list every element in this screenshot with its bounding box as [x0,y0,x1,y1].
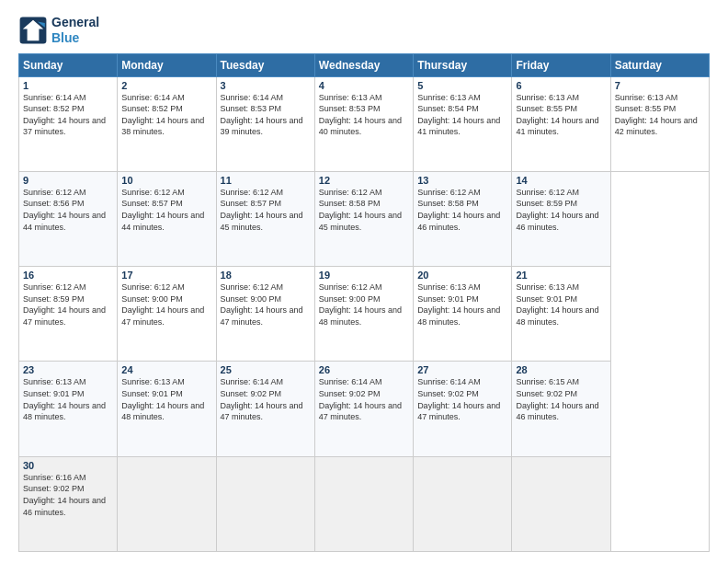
day-header-wednesday: Wednesday [314,53,413,76]
calendar-cell [414,456,512,551]
calendar-cell: 28 Sunrise: 6:15 AM Sunset: 9:02 PM Dayl… [512,362,610,456]
day-info: Sunrise: 6:16 AM Sunset: 9:02 PM Dayligh… [23,472,113,518]
day-number: 9 [23,175,113,186]
calendar-cell: 21 Sunrise: 6:13 AM Sunset: 9:01 PM Dayl… [512,267,610,362]
calendar-table: SundayMondayTuesdayWednesdayThursdayFrid… [18,53,710,552]
day-number: 6 [516,80,606,91]
day-info: Sunrise: 6:12 AM Sunset: 8:57 PM Dayligh… [121,187,211,233]
day-info: Sunrise: 6:12 AM Sunset: 8:57 PM Dayligh… [221,187,311,233]
logo-text: General Blue [51,15,99,46]
day-number: 12 [319,175,409,186]
calendar-cell: 7 Sunrise: 6:13 AM Sunset: 8:55 PM Dayli… [610,76,709,171]
calendar-cell: 27 Sunrise: 6:14 AM Sunset: 9:02 PM Dayl… [414,362,512,456]
day-header-sunday: Sunday [19,53,118,76]
day-number: 2 [121,80,211,91]
day-number: 13 [417,175,507,186]
day-number: 21 [516,270,606,281]
calendar-cell: 10 Sunrise: 6:12 AM Sunset: 8:57 PM Dayl… [118,171,216,266]
day-info: Sunrise: 6:12 AM Sunset: 8:56 PM Dayligh… [23,187,113,233]
calendar-cell [314,456,413,551]
week-row-1: 1 Sunrise: 6:14 AM Sunset: 8:52 PM Dayli… [19,76,710,171]
day-number: 17 [121,270,211,281]
day-number: 27 [417,364,507,375]
day-number: 1 [23,80,113,91]
calendar-cell: 25 Sunrise: 6:14 AM Sunset: 9:02 PM Dayl… [216,362,314,456]
day-header-friday: Friday [512,53,610,76]
calendar-cell: 4 Sunrise: 6:13 AM Sunset: 8:53 PM Dayli… [314,76,413,171]
day-info: Sunrise: 6:14 AM Sunset: 9:02 PM Dayligh… [319,376,409,422]
day-info: Sunrise: 6:13 AM Sunset: 8:55 PM Dayligh… [615,92,705,138]
day-info: Sunrise: 6:12 AM Sunset: 8:59 PM Dayligh… [516,187,606,233]
calendar-cell: 19 Sunrise: 6:12 AM Sunset: 9:00 PM Dayl… [314,267,413,362]
day-header-thursday: Thursday [414,53,512,76]
day-info: Sunrise: 6:13 AM Sunset: 9:01 PM Dayligh… [121,376,211,422]
calendar-cell: 30 Sunrise: 6:16 AM Sunset: 9:02 PM Dayl… [19,456,118,551]
day-info: Sunrise: 6:12 AM Sunset: 8:58 PM Dayligh… [319,187,409,233]
day-info: Sunrise: 6:14 AM Sunset: 8:52 PM Dayligh… [23,92,113,138]
calendar-cell [216,456,314,551]
day-info: Sunrise: 6:12 AM Sunset: 8:59 PM Dayligh… [23,282,113,327]
calendar-cell: 12 Sunrise: 6:12 AM Sunset: 8:58 PM Dayl… [314,171,413,266]
day-info: Sunrise: 6:13 AM Sunset: 8:54 PM Dayligh… [417,92,507,138]
day-number: 5 [417,80,507,91]
day-info: Sunrise: 6:12 AM Sunset: 8:58 PM Dayligh… [417,187,507,233]
day-header-saturday: Saturday [610,53,709,76]
day-number: 10 [121,175,211,186]
day-number: 16 [23,270,113,281]
day-number: 24 [121,364,211,375]
calendar-cell: 17 Sunrise: 6:12 AM Sunset: 9:00 PM Dayl… [118,267,216,362]
calendar-cell: 6 Sunrise: 6:13 AM Sunset: 8:55 PM Dayli… [512,76,610,171]
calendar-cell [118,456,216,551]
day-info: Sunrise: 6:12 AM Sunset: 9:00 PM Dayligh… [221,282,311,327]
calendar-body: 1 Sunrise: 6:14 AM Sunset: 8:52 PM Dayli… [19,76,710,551]
calendar-header-row: SundayMondayTuesdayWednesdayThursdayFrid… [19,53,710,76]
calendar-cell: 23 Sunrise: 6:13 AM Sunset: 9:01 PM Dayl… [19,362,118,456]
week-row-3: 16 Sunrise: 6:12 AM Sunset: 8:59 PM Dayl… [19,267,710,362]
day-number: 14 [516,175,606,186]
day-header-monday: Monday [118,53,216,76]
week-row-2: 9 Sunrise: 6:12 AM Sunset: 8:56 PM Dayli… [19,171,710,266]
day-info: Sunrise: 6:14 AM Sunset: 8:52 PM Dayligh… [121,92,211,138]
day-number: 30 [23,460,113,471]
logo-icon [18,16,48,45]
calendar-cell: 26 Sunrise: 6:14 AM Sunset: 9:02 PM Dayl… [314,362,413,456]
day-number: 4 [319,80,409,91]
calendar-cell: 1 Sunrise: 6:14 AM Sunset: 8:52 PM Dayli… [19,76,118,171]
day-number: 20 [417,270,507,281]
calendar-cell: 16 Sunrise: 6:12 AM Sunset: 8:59 PM Dayl… [19,267,118,362]
header: General Blue [18,15,710,46]
day-info: Sunrise: 6:13 AM Sunset: 9:01 PM Dayligh… [516,282,606,327]
calendar-cell: 5 Sunrise: 6:13 AM Sunset: 8:54 PM Dayli… [414,76,512,171]
calendar-cell: 2 Sunrise: 6:14 AM Sunset: 8:52 PM Dayli… [118,76,216,171]
day-info: Sunrise: 6:14 AM Sunset: 9:02 PM Dayligh… [221,376,311,422]
day-info: Sunrise: 6:12 AM Sunset: 9:00 PM Dayligh… [319,282,409,327]
day-number: 25 [221,364,311,375]
calendar-cell: 14 Sunrise: 6:12 AM Sunset: 8:59 PM Dayl… [512,171,610,266]
calendar-cell: 3 Sunrise: 6:14 AM Sunset: 8:53 PM Dayli… [216,76,314,171]
calendar-cell [512,456,610,551]
calendar-cell: 20 Sunrise: 6:13 AM Sunset: 9:01 PM Dayl… [414,267,512,362]
calendar-cell: 18 Sunrise: 6:12 AM Sunset: 9:00 PM Dayl… [216,267,314,362]
day-info: Sunrise: 6:13 AM Sunset: 9:01 PM Dayligh… [23,376,113,422]
day-info: Sunrise: 6:14 AM Sunset: 9:02 PM Dayligh… [417,376,507,422]
day-info: Sunrise: 6:13 AM Sunset: 9:01 PM Dayligh… [417,282,507,327]
day-info: Sunrise: 6:13 AM Sunset: 8:53 PM Dayligh… [319,92,409,138]
week-row-4: 23 Sunrise: 6:13 AM Sunset: 9:01 PM Dayl… [19,362,710,456]
logo: General Blue [18,15,99,46]
day-number: 7 [615,80,705,91]
day-info: Sunrise: 6:12 AM Sunset: 9:00 PM Dayligh… [121,282,211,327]
day-number: 26 [319,364,409,375]
day-number: 19 [319,270,409,281]
day-number: 3 [221,80,311,91]
day-number: 11 [221,175,311,186]
calendar-cell: 13 Sunrise: 6:12 AM Sunset: 8:58 PM Dayl… [414,171,512,266]
page: General Blue SundayMondayTuesdayWednesda… [0,0,728,563]
day-number: 18 [221,270,311,281]
day-number: 28 [516,364,606,375]
day-info: Sunrise: 6:15 AM Sunset: 9:02 PM Dayligh… [516,376,606,422]
week-row-5: 30 Sunrise: 6:16 AM Sunset: 9:02 PM Dayl… [19,456,710,551]
calendar-cell: 9 Sunrise: 6:12 AM Sunset: 8:56 PM Dayli… [19,171,118,266]
day-info: Sunrise: 6:13 AM Sunset: 8:55 PM Dayligh… [516,92,606,138]
day-header-tuesday: Tuesday [216,53,314,76]
calendar-cell: 11 Sunrise: 6:12 AM Sunset: 8:57 PM Dayl… [216,171,314,266]
